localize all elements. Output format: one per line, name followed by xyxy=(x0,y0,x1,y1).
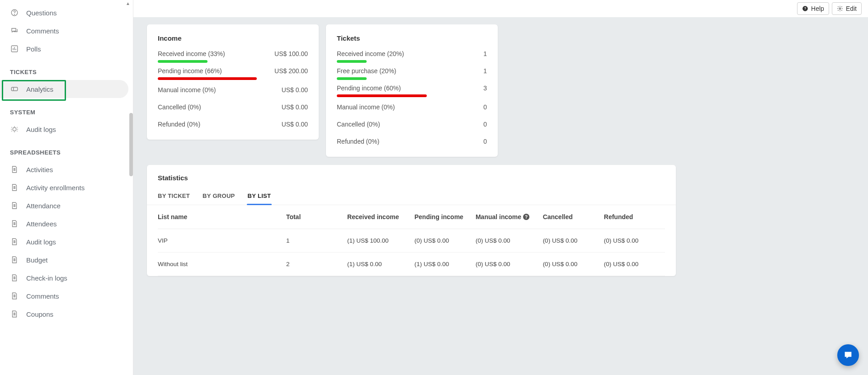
cell-total: 2 xyxy=(286,261,347,267)
col-refunded: Refunded xyxy=(604,213,665,220)
tickets-row-refunded: Refunded (0%) 0 xyxy=(337,138,487,145)
statistics-tabs: BY TICKET BY GROUP BY LIST xyxy=(147,186,676,205)
sidebar-item-activity-enrollments[interactable]: Activity enrollments xyxy=(0,178,133,197)
tab-by-ticket[interactable]: BY TICKET xyxy=(158,189,190,205)
edit-button[interactable]: Edit xyxy=(832,2,862,15)
stat-value: US$ 0.00 xyxy=(282,103,308,111)
tickets-row-free: Free purchase (20%) 1 xyxy=(337,67,487,75)
cell-cancelled: (0) US$ 0.00 xyxy=(543,261,604,267)
cell-pending: (1) US$ 0.00 xyxy=(415,261,476,267)
col-total: Total xyxy=(286,213,347,220)
cell-received: (1) US$ 0.00 xyxy=(347,261,415,267)
help-tooltip-icon[interactable]: ? xyxy=(523,214,529,220)
tickets-card: Tickets Received income (20%) 1 Free pur… xyxy=(326,24,498,157)
sidebar-item-polls[interactable]: Polls xyxy=(0,40,133,58)
sidebar-item-label: Analytics xyxy=(26,85,53,93)
cell-refunded: (0) US$ 0.00 xyxy=(604,261,665,267)
sidebar-item-label: Attendees xyxy=(26,220,57,228)
gear-icon xyxy=(837,5,843,12)
stat-value: US$ 0.00 xyxy=(282,121,308,128)
scrollbar-thumb[interactable] xyxy=(129,113,133,176)
sidebar-item-label: Comments xyxy=(26,27,59,35)
sidebar-item-budget[interactable]: Budget xyxy=(0,251,133,269)
topbar: ? Help Edit xyxy=(133,0,868,17)
stat-value: US$ 200.00 xyxy=(274,67,308,75)
file-icon xyxy=(10,183,19,192)
sidebar-item-coupons[interactable]: Coupons xyxy=(0,305,133,323)
income-row-cancelled: Cancelled (0%) US$ 0.00 xyxy=(158,103,308,111)
sidebar-item-label: Budget xyxy=(26,256,48,264)
progress-bar xyxy=(337,77,367,80)
file-icon xyxy=(10,309,19,319)
file-icon xyxy=(10,255,19,264)
sidebar-item-label: Comments xyxy=(26,292,59,300)
stat-value: 0 xyxy=(483,121,487,128)
stat-label: Manual income (0%) xyxy=(337,103,395,111)
tickets-row-pending: Pending income (60%) 3 xyxy=(337,84,487,92)
tab-by-list[interactable]: BY LIST xyxy=(248,189,271,205)
income-row-received: Received income (33%) US$ 100.00 xyxy=(158,50,308,57)
table-row: VIP 1 (1) US$ 100.00 (0) US$ 0.00 (0) US… xyxy=(158,229,665,253)
stat-label: Pending income (66%) xyxy=(158,67,222,75)
col-pending: Pending income xyxy=(415,213,476,220)
stat-label: Refunded (0%) xyxy=(158,121,200,128)
sidebar-section-spreadsheets: SPREADSHEETS xyxy=(0,138,133,160)
sidebar-item-audit-logs-sheet[interactable]: Audit logs xyxy=(0,233,133,251)
sidebar-item-comments[interactable]: Comments xyxy=(0,22,133,40)
ticket-icon xyxy=(10,84,19,94)
stat-value: 3 xyxy=(483,84,487,92)
sidebar-item-activities[interactable]: Activities xyxy=(0,160,133,178)
sidebar-item-label: Polls xyxy=(26,45,41,53)
sidebar-item-attendees[interactable]: Attendees xyxy=(0,215,133,233)
sidebar-item-check-in-logs[interactable]: Check-in logs xyxy=(0,269,133,287)
stat-label: Received income (33%) xyxy=(158,50,225,57)
sidebar-item-attendance[interactable]: Attendance xyxy=(0,197,133,215)
content-area: Income Received income (33%) US$ 100.00 … xyxy=(133,17,868,375)
col-cancelled: Cancelled xyxy=(543,213,604,220)
help-button[interactable]: ? Help xyxy=(797,2,829,15)
cell-refunded: (0) US$ 0.00 xyxy=(604,237,665,244)
stat-value: US$ 100.00 xyxy=(274,50,308,57)
file-icon xyxy=(10,201,19,210)
stat-label: Manual income (0%) xyxy=(158,86,216,94)
progress-bar xyxy=(337,94,427,97)
tab-by-group[interactable]: BY GROUP xyxy=(203,189,235,205)
sidebar-item-label: Activities xyxy=(26,166,53,173)
svg-point-1 xyxy=(14,14,15,14)
income-row-manual: Manual income (0%) US$ 0.00 xyxy=(158,86,308,94)
scroll-up-arrow-icon[interactable]: ▲ xyxy=(126,1,130,6)
sidebar-item-comments-sheet[interactable]: Comments xyxy=(0,287,133,305)
tickets-row-received: Received income (20%) 1 xyxy=(337,50,487,57)
sidebar-item-questions[interactable]: Questions xyxy=(0,4,133,22)
col-label: Manual income xyxy=(476,213,521,220)
question-circle-icon xyxy=(10,8,19,17)
cell-manual: (0) US$ 0.00 xyxy=(476,261,543,267)
card-title: Tickets xyxy=(337,34,487,42)
card-title: Income xyxy=(158,34,308,42)
progress-bar xyxy=(158,60,208,63)
table-header: List name Total Received income Pending … xyxy=(158,205,665,229)
file-icon xyxy=(10,219,19,228)
chat-launcher-button[interactable] xyxy=(837,344,859,366)
comments-icon xyxy=(10,26,19,35)
stat-value: US$ 0.00 xyxy=(282,86,308,94)
file-icon xyxy=(10,165,19,174)
statistics-table: List name Total Received income Pending … xyxy=(147,205,676,276)
stat-value: 1 xyxy=(483,50,487,57)
tickets-row-manual: Manual income (0%) 0 xyxy=(337,103,487,111)
sidebar-item-audit-logs[interactable]: Audit logs xyxy=(0,120,133,138)
sidebar-section-tickets: TICKETS xyxy=(0,58,133,80)
cell-cancelled: (0) US$ 0.00 xyxy=(543,237,604,244)
help-circle-icon: ? xyxy=(802,5,808,12)
sidebar-item-label: Questions xyxy=(26,9,57,17)
income-row-pending: Pending income (66%) US$ 200.00 xyxy=(158,67,308,75)
sidebar-item-analytics[interactable]: Analytics xyxy=(0,80,128,98)
sidebar-item-label: Check-in logs xyxy=(26,274,67,282)
col-manual: Manual income ? xyxy=(476,213,543,220)
cell-pending: (0) US$ 0.00 xyxy=(415,237,476,244)
stat-label: Free purchase (20%) xyxy=(337,67,396,75)
sidebar-item-label: Activity enrollments xyxy=(26,184,85,192)
stat-value: 0 xyxy=(483,103,487,111)
col-received: Received income xyxy=(347,213,415,220)
button-label: Help xyxy=(811,5,824,12)
